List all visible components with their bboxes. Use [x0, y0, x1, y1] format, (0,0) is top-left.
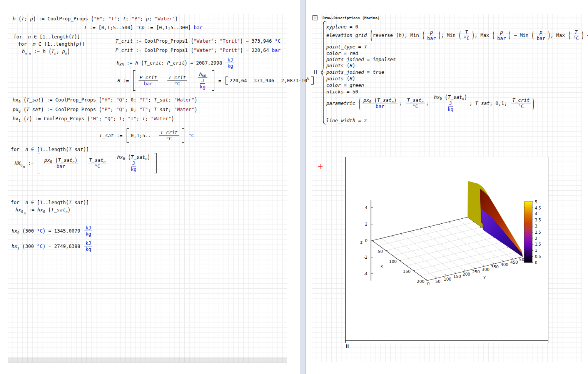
seg	[19, 243, 22, 249]
seg: T_sat	[475, 100, 490, 106]
seg: =	[341, 82, 350, 88]
seg: ;	[214, 47, 220, 53]
denominator: °C	[411, 103, 419, 109]
formula-Pcrit[interactable]: P_crit := CoolProp_Props1 ("Water"; "Pcr…	[115, 47, 281, 54]
fraction: hx0 (T_satn)Jkg	[116, 154, 151, 172]
formula-hx0-300[interactable]: hx0 (300 °C) = 1345,0079 kJkg	[12, 225, 94, 237]
z-axis-label: z	[360, 240, 362, 244]
seg: )	[352, 62, 356, 69]
paren-content: T_sat	[69, 146, 84, 152]
seg	[133, 25, 136, 30]
seg: T_sat	[448, 94, 462, 100]
seg: (	[99, 106, 102, 113]
seg: (	[347, 75, 350, 82]
seg: 2087,2998	[196, 60, 225, 66]
seg: hx	[434, 94, 440, 100]
subscript: 0	[50, 159, 52, 165]
seg: ∈	[28, 146, 37, 152]
formula-T-range[interactable]: T := [0,1;5..500] °C	[84, 24, 142, 31]
paren-group: (T°C)	[458, 29, 474, 41]
seg	[20, 106, 23, 112]
draw-item-line-width[interactable]: line_width = 2	[326, 117, 367, 124]
formula-hx0-def[interactable]: hx0 (T_sat) := CoolProp_Props ("H"; "Q";…	[13, 96, 197, 103]
seg: T_sat	[131, 154, 145, 160]
paren-group: (T_satn)	[374, 97, 396, 103]
seg: :=	[25, 160, 37, 166]
seg: P_crit	[115, 47, 133, 53]
formula-for-HX0-head[interactable]: for n ∈ [1..length(T_sat)]	[11, 146, 89, 153]
denominator: bar	[496, 35, 507, 41]
formula-hx1-300[interactable]: hx1 (300 °C) = 2749,6388 kJkg	[12, 240, 94, 252]
svg-text:1: 1	[535, 248, 537, 253]
seg: °C	[174, 81, 180, 86]
seg: )	[194, 96, 197, 103]
denominator: bar	[535, 35, 546, 41]
seg: kg	[448, 106, 453, 112]
plot-region[interactable]: 4 2 0 -2 -4 z 50 100 150 200 x 0 50 100 …	[345, 157, 548, 343]
formula-px0-def[interactable]: px0 (T_sat) := CoolProp_Props ("P"; "Q";…	[13, 106, 197, 113]
paren-group: (B)	[347, 76, 356, 81]
formula-p-range[interactable]: p := [0,1;5..300] bar	[142, 24, 202, 31]
paren-group: (T_sat)	[23, 106, 44, 112]
seg	[20, 97, 23, 103]
subscript: 0	[440, 96, 442, 102]
seg: )	[240, 47, 243, 54]
seg: n	[104, 160, 105, 164]
numerator: px0 (T_satn)	[43, 157, 79, 163]
svg-text:2: 2	[365, 222, 368, 226]
formula-hx1-def[interactable]: hx1 (T) := CoolProp_Props ("H"; "Q"; 1; …	[13, 115, 174, 122]
formula-h-def[interactable]: h (T; p) := CoolProp_Props ("H"; "T"; T;…	[13, 15, 178, 22]
subscript: n m	[25, 52, 31, 55]
subscript: 0	[18, 100, 20, 104]
numerator: T_satn	[406, 97, 425, 103]
formula-hKB[interactable]: hKB := h (T_crit; P_crit) = 2087,2998 kJ…	[117, 57, 236, 69]
paren-content: p	[76, 41, 79, 47]
seg: 0	[43, 210, 45, 214]
subscript: 0	[21, 210, 23, 214]
paren-content: T	[72, 34, 75, 40]
seg: 0	[17, 231, 19, 235]
formula-B-matrix[interactable]: B := P_critbarT_crit°ChKBJkg = 220,64373…	[117, 70, 315, 91]
draw-item-elevation-grid[interactable]: elevation_grid (reverse (h); Min (pbar);…	[326, 29, 588, 41]
seg: :=	[31, 48, 43, 54]
insertion-cursor-icon[interactable]	[318, 164, 322, 169]
paren-group: (T; p)	[18, 16, 36, 22]
bracket-content: 220,64373,9462,0873·106	[228, 76, 311, 85]
draw-item-parametric[interactable]: parametric (px0 (T_satn)bar; T_satn°C; h…	[326, 94, 535, 112]
seg: 6	[307, 76, 309, 80]
seg: (	[87, 115, 90, 122]
paren-content: pbar	[534, 29, 548, 41]
seg: (	[22, 243, 25, 250]
seg: ;	[122, 116, 128, 121]
formula-HX0-matrix[interactable]: HX0n := px0 (T_satn)barT_satn°Chx0 (T_sa…	[15, 153, 158, 173]
formula-Tsat-range[interactable]: T_sat := 0,1;5..T_crit°C °C	[99, 128, 194, 143]
seg: ;	[110, 97, 116, 103]
seg: n	[421, 100, 423, 104]
seg: P_crit	[140, 75, 157, 80]
collapse-toggle-icon[interactable]: +	[312, 15, 317, 20]
svg-text:50: 50	[378, 249, 383, 254]
formula-for-hx0n[interactable]: for n ∈ [1..length(T_sat)]hx0n := hx0 (T…	[11, 199, 89, 213]
seg: p	[62, 48, 65, 54]
seg: [1..length	[37, 199, 66, 205]
seg: 0	[123, 157, 125, 161]
section-header-draw-descriptions[interactable]: + Draw-Descriptions (Maxima)	[312, 15, 581, 20]
seg: T_sat	[69, 146, 84, 152]
seg: H	[314, 69, 317, 75]
seg: ;	[469, 100, 475, 106]
plot-variable-caption: H	[346, 344, 349, 349]
seg: P_crit	[167, 60, 184, 66]
bracket-content: P_critbarT_crit°ChKBJkg	[135, 70, 212, 91]
seg: (	[22, 228, 25, 234]
numerator: hx0 (T_satn)	[116, 154, 151, 160]
matrix: px0 (T_satn)barT_satn°Chx0 (T_satn)Jkg	[38, 153, 157, 173]
seg: "Q"	[116, 97, 125, 103]
seg: T	[575, 29, 578, 35]
formula-for-hnm[interactable]: for n ∈ [1..length(T)]for m ∈ [1..length…	[13, 33, 85, 55]
formula-Tcrit[interactable]: T_crit := CoolProp_Props1 ("Water"; "Tcr…	[115, 37, 281, 45]
seg: T	[72, 34, 75, 40]
seg: 50	[352, 89, 358, 95]
seg: bar	[427, 35, 436, 41]
seg: 0	[355, 24, 358, 30]
formula-line: T_crit := CoolProp_Props1 ("Water"; "Tcr…	[115, 37, 281, 45]
